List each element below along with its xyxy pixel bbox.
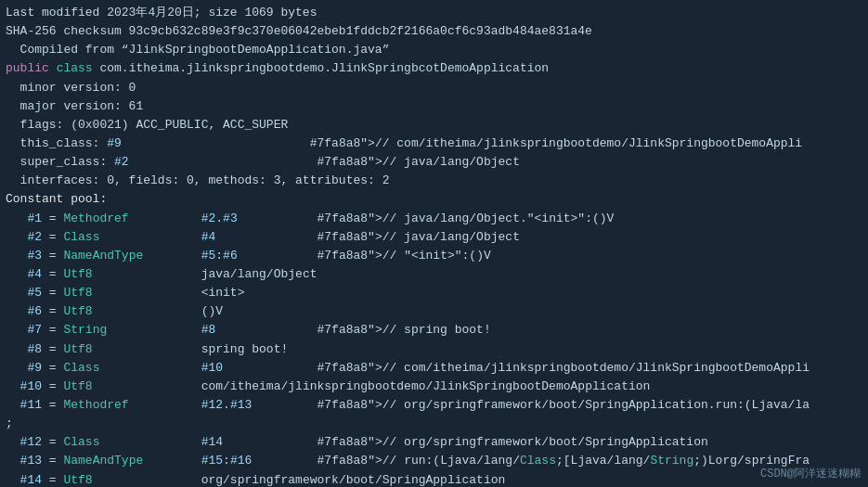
watermark: CSDN@阿洋迷迷糊糊 <box>760 466 861 481</box>
code-line: SHA-256 checksum 93c9cb632c89e3f9c370e06… <box>6 22 862 41</box>
code-line: #6 = Utf8 ()V <box>6 302 862 321</box>
code-line: #3 = NameAndType #5:#6 #7fa8a8">// "<ini… <box>6 247 862 265</box>
code-line: major version: 61 <box>6 97 862 116</box>
code-line: #14 = Utf8 org/springframework/boot/Spri… <box>6 471 862 487</box>
code-line: #2 = Class #4 #7fa8a8">// java/lang/Obje… <box>6 228 862 247</box>
code-line: interfaces: 0, fields: 0, methods: 3, at… <box>6 172 862 190</box>
code-line: flags: (0x0021) ACC_PUBLIC, ACC_SUPER <box>6 116 862 135</box>
code-line: #10 = Utf8 com/itheima/jlinkspringbootde… <box>6 378 862 396</box>
code-line: minor version: 0 <box>6 79 862 97</box>
code-line: #1 = Methodref #2.#3 #7fa8a8">// java/la… <box>6 210 862 228</box>
terminal-window: Last modified 2023年4月20日; size 1069 byte… <box>0 0 868 487</box>
code-line: #5 = Utf8 <init> <box>6 284 862 302</box>
code-line: super_class: #2 #7fa8a8">// java/lang/Ob… <box>6 153 862 172</box>
code-line: Constant pool: <box>6 190 862 209</box>
code-line: #12 = Class #14 #7fa8a8">// org/springfr… <box>6 433 862 452</box>
code-line: #11 = Methodref #12.#13 #7fa8a8">// org/… <box>6 396 862 415</box>
code-line: #9 = Class #10 #7fa8a8">// com/itheima/j… <box>6 359 862 378</box>
code-line: Last modified 2023年4月20日; size 1069 byte… <box>6 4 862 22</box>
code-line: #8 = Utf8 spring boot! <box>6 340 862 359</box>
code-line: #4 = Utf8 java/lang/Object <box>6 265 862 284</box>
code-line: #13 = NameAndType #15:#16 #7fa8a8">// ru… <box>6 452 862 470</box>
code-line: public class com.itheima.jlinkspringboot… <box>6 59 862 78</box>
code-line: Compiled from “JlinkSpringbootDemoApplic… <box>6 41 862 59</box>
code-output: Last modified 2023年4月20日; size 1069 byte… <box>6 4 862 487</box>
code-line: this_class: #9 #7fa8a8">// com/itheima/j… <box>6 135 862 153</box>
code-line: ; <box>6 415 862 433</box>
code-line: #7 = String #8 #7fa8a8">// spring boot! <box>6 321 862 340</box>
